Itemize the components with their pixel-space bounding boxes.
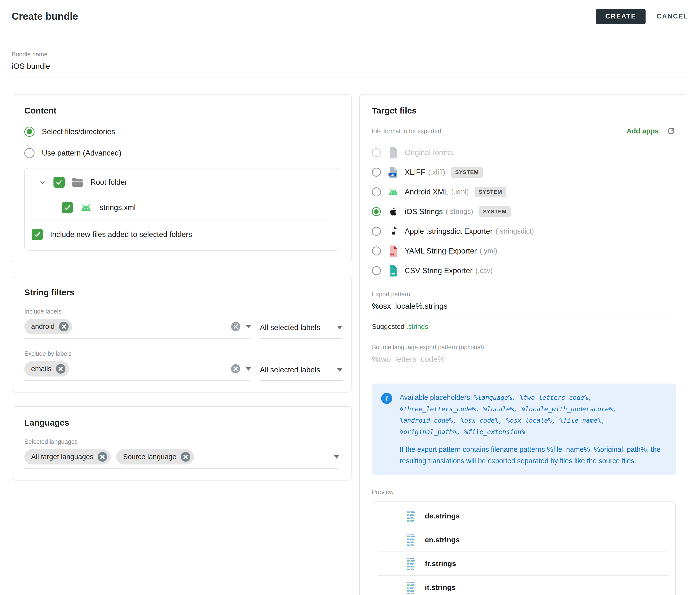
format-option-xliff[interactable]: XLIFFXLIFF(.xliff)SYSTEM	[372, 162, 676, 182]
preview-file-list: de.stringsen.stringsfr.stringsit.strings…	[372, 502, 676, 595]
radio-icon[interactable]	[372, 266, 381, 275]
chip-remove-icon[interactable]	[97, 452, 108, 462]
include-labels-field[interactable]: android	[24, 319, 251, 339]
add-apps-link[interactable]: Add apps	[626, 127, 659, 135]
format-option-csv-string-exporter[interactable]: CSVCSV String Exporter(.csv)	[372, 261, 676, 281]
radio-icon[interactable]	[372, 188, 381, 196]
format-options-list: Original formatXLIFFXLIFF(.xliff)SYSTEMA…	[372, 143, 676, 281]
include-new-files-checkbox[interactable]	[32, 229, 43, 240]
selected-languages-field[interactable]: All target languagesSource language	[24, 449, 339, 469]
languages-card: Languages Selected languages All target …	[12, 406, 352, 481]
content-radio-use-pattern-advanced[interactable]: Use pattern (Advanced)	[24, 148, 339, 158]
android-icon	[388, 186, 399, 198]
chip-all-target-languages[interactable]: All target languages	[24, 449, 111, 464]
chip-source-language[interactable]: Source language	[116, 449, 194, 464]
format-option-ios-strings[interactable]: iOS Strings(.strings)SYSTEM	[372, 202, 676, 221]
placeholders-info-box: i Available placeholders: %language%, %t…	[372, 384, 676, 475]
format-extension: (.xliff)	[428, 168, 445, 176]
format-option-apple-stringsdict-exporter[interactable]: Apple .stringsdict Exporter(.stringsdict…	[372, 221, 676, 241]
tree-row-root-folder[interactable]: Root folder	[25, 170, 339, 195]
radio-icon[interactable]	[372, 207, 381, 216]
include-mode-select[interactable]: All selected labels	[260, 322, 342, 339]
page-title: Create bundle	[12, 11, 78, 22]
radio-icon[interactable]	[24, 148, 34, 158]
root-folder-label: Root folder	[90, 178, 128, 187]
source-pattern-placeholder[interactable]: %two_letters_code%	[372, 355, 676, 364]
clear-icon[interactable]	[230, 321, 241, 332]
include-mode-value: All selected labels	[260, 323, 320, 332]
bundle-name-value[interactable]: iOS bundle	[12, 62, 688, 71]
string-filters-card: String filters Include labels android Al…	[12, 276, 352, 393]
radio-icon[interactable]	[372, 168, 381, 177]
format-option-yaml-string-exporter[interactable]: YMLYAML String Exporter(.yml)	[372, 241, 676, 261]
strings-file-icon	[407, 510, 417, 522]
format-option-original-format: Original format	[372, 143, 676, 162]
svg-text:CSV: CSV	[390, 273, 395, 276]
xliff-icon: XLIFF	[388, 166, 399, 178]
strings-file-icon	[407, 582, 417, 593]
radio-icon[interactable]	[372, 227, 381, 236]
chip-label: emails	[31, 365, 52, 373]
svg-text:YML: YML	[390, 253, 395, 256]
format-option-android-xml[interactable]: Android XML(.xml)SYSTEM	[372, 182, 676, 202]
placeholders-intro-line: Available placeholders: %language%, %two…	[399, 392, 667, 437]
export-pattern-label: Export pattern	[372, 291, 676, 298]
refresh-icon[interactable]	[666, 126, 676, 136]
chevron-down-icon[interactable]	[334, 455, 339, 459]
radio-icon[interactable]	[24, 126, 34, 137]
chevron-down-icon[interactable]	[246, 367, 251, 371]
format-extension: (.yml)	[480, 247, 497, 255]
format-label: XLIFF	[405, 168, 425, 177]
svg-text:XLIFF: XLIFF	[389, 173, 396, 176]
strings-xml-label: strings.xml	[100, 203, 136, 212]
android-icon	[80, 202, 92, 213]
tree-row-strings-xml[interactable]: strings.xml	[25, 195, 339, 220]
yaml-icon: YML	[388, 245, 399, 257]
format-extension: (.strings)	[446, 207, 473, 216]
placeholders-note: If the export pattern contains filename …	[399, 444, 667, 467]
root-folder-checkbox[interactable]	[54, 177, 65, 188]
folder-icon	[72, 177, 84, 188]
format-extension: (.stringsdict)	[496, 227, 534, 235]
preview-label: Preview	[372, 488, 676, 495]
include-labels-group: Include labels android All selected labe…	[24, 308, 339, 339]
file-format-label: File format to be exported	[372, 128, 441, 135]
export-pattern-field[interactable]: Export pattern %osx_locale%.strings	[372, 291, 676, 317]
top-bar: Create bundle CREATE CANCEL	[0, 0, 700, 33]
radio-label: Select files/directories	[42, 128, 115, 136]
chip-remove-icon[interactable]	[180, 452, 191, 462]
chevron-down-icon[interactable]	[246, 325, 251, 329]
exclude-labels-field[interactable]: emails	[24, 361, 251, 381]
target-files-card: Target files File format to be exported …	[359, 94, 688, 595]
suggested-label: Suggested	[372, 323, 404, 330]
preview-row-en-strings: en.strings	[372, 528, 675, 551]
chip-remove-icon[interactable]	[59, 321, 69, 332]
content-card: Content Select files/directoriesUse patt…	[12, 94, 352, 262]
export-pattern-value[interactable]: %osx_locale%.strings	[372, 302, 676, 311]
source-pattern-label: Source language export pattern (optional…	[372, 344, 676, 351]
chevron-down-icon[interactable]	[38, 178, 47, 187]
source-pattern-field[interactable]: Source language export pattern (optional…	[372, 344, 676, 370]
suggested-value[interactable]: .strings	[407, 323, 428, 330]
exclude-mode-select[interactable]: All selected labels	[260, 364, 342, 381]
preview-row-fr-strings: fr.strings	[372, 552, 675, 575]
format-extension: (.csv)	[475, 266, 493, 275]
chip-remove-icon[interactable]	[55, 364, 66, 374]
selected-languages-group: Selected languages All target languagesS…	[24, 438, 339, 469]
strings-file-icon	[407, 558, 417, 569]
apple-icon	[388, 206, 399, 218]
content-radio-select-files-directories[interactable]: Select files/directories	[24, 126, 339, 137]
placeholders-intro: Available placeholders:	[399, 394, 472, 401]
strings-xml-checkbox[interactable]	[62, 202, 73, 213]
format-label: Apple .stringsdict Exporter	[405, 227, 493, 236]
exclude-labels-group: Exclude by labels emails All selected la…	[24, 350, 339, 381]
radio-icon	[372, 148, 381, 157]
include-new-files-row[interactable]: Include new files added to selected fold…	[25, 221, 339, 249]
radio-icon[interactable]	[372, 247, 381, 255]
cancel-button[interactable]: CANCEL	[657, 12, 689, 20]
create-button[interactable]: CREATE	[596, 9, 645, 24]
chip-android[interactable]: android	[24, 319, 72, 334]
bundle-name-field[interactable]: Bundle name iOS bundle	[12, 51, 688, 78]
chip-emails[interactable]: emails	[24, 361, 69, 376]
clear-icon[interactable]	[230, 364, 241, 374]
